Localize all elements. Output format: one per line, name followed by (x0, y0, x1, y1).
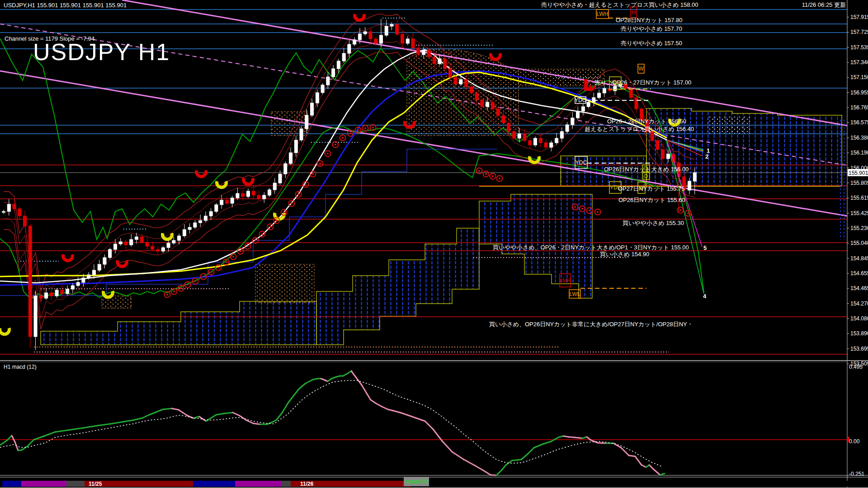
updated-timestamp: 11/26 06:25 更新 (802, 1, 846, 8)
svg-text:155.901: 155.901 (849, 170, 868, 176)
svg-text:155.615: 155.615 (850, 195, 868, 201)
svg-text:macd ON: macd ON (406, 479, 429, 485)
svg-text:2: 2 (705, 153, 708, 160)
svg-text:156.955: 156.955 (850, 89, 868, 96)
svg-text:11/26: 11/26 (300, 481, 314, 487)
svg-text:LWH: LWH (597, 11, 609, 17)
watermark-title: USDJPY H1 (33, 39, 170, 65)
svg-text:LMH: LMH (559, 277, 571, 284)
svg-text:買い小さめ、OP26日NYカット非常に大きめ/OP27日NY: 買い小さめ、OP26日NYカット非常に大きめ/OP27日NYカット/OP28日N… (489, 321, 693, 328)
svg-text:154.270: 154.270 (850, 300, 868, 307)
svg-text:YDC: YDC (576, 160, 587, 166)
price-axis[interactable]: 157.915157.725157.535157.340157.150156.9… (847, 0, 868, 488)
svg-text:0.495: 0.495 (849, 364, 863, 370)
svg-text:0.00: 0.00 (849, 438, 860, 445)
svg-text:157.725: 157.725 (850, 29, 868, 35)
macd-pane-label: H1 macd (12) (4, 364, 37, 370)
svg-text:11/25: 11/25 (89, 481, 102, 487)
svg-text:買い小さめ 154.90: 買い小さめ 154.90 (600, 251, 649, 258)
symbol-ohlc-label: USDJPY,H1 155.901 155.901 155.901 155.90… (4, 2, 127, 9)
svg-text:売りやや小さめ 157.50: 売りやや小さめ 157.50 (621, 40, 682, 47)
svg-text:156.190: 156.190 (850, 150, 868, 156)
svg-text:155.805: 155.805 (850, 180, 868, 186)
svg-text:売りやや小さめ 157.70: 売りやや小さめ 157.70 (621, 25, 682, 32)
svg-text:5: 5 (703, 244, 707, 251)
svg-text:買いやや小さめ、OP26・2日NYカット大きめ/OP1・3日: 買いやや小さめ、OP26・2日NYカット大きめ/OP1・3日NYカット 155.… (493, 244, 689, 251)
svg-text:153.890: 153.890 (850, 330, 868, 337)
timeline-bar: 11/2511/26macd ON (2, 477, 868, 487)
chart-window: LWHMWYDHYDOYDCYDLWDDLMHLWLOP28日NYカット 157… (0, 0, 868, 488)
svg-text:OP28日NYカット 157.80: OP28日NYカット 157.80 (616, 17, 683, 23)
svg-text:超えるとストップロス買い小さめ 156.40: 超えるとストップロス買い小さめ 156.40 (585, 126, 694, 132)
svg-text:157.535: 157.535 (850, 44, 868, 51)
svg-text:154.465: 154.465 (850, 285, 868, 291)
svg-text:157.150: 157.150 (850, 74, 868, 80)
svg-text:156.575: 156.575 (850, 119, 868, 126)
svg-text:売り、OP26・27日NYカット 157.00: 売り、OP26・27日NYカット 157.00 (594, 79, 691, 86)
svg-text:154.080: 154.080 (850, 315, 868, 322)
svg-text:154.845: 154.845 (850, 255, 868, 262)
svg-text:154.655: 154.655 (850, 270, 868, 277)
svg-text:156.765: 156.765 (850, 104, 868, 111)
svg-text:155.040: 155.040 (850, 240, 868, 246)
svg-text:153.695: 153.695 (850, 346, 868, 352)
svg-text:OP26・28日NYカット 156.50: OP26・28日NYカット 156.50 (607, 118, 686, 125)
svg-text:D: D (644, 173, 648, 179)
svg-text:157.340: 157.340 (850, 59, 868, 66)
svg-text:157.915: 157.915 (850, 14, 868, 20)
svg-text:OP26日NYカット大きめ 156.00: OP26日NYカット大きめ 156.00 (604, 166, 689, 173)
price-chart-canvas[interactable]: LWHMWYDHYDOYDCYDLWDDLMHLWLOP28日NYカット 157… (0, 0, 868, 488)
svg-text:-0.251: -0.251 (849, 471, 864, 477)
macd-pane: H1 macd (12) (0, 364, 847, 475)
svg-text:155.230: 155.230 (850, 225, 868, 231)
svg-text:買いやや小さめ 155.30: 買いやや小さめ 155.30 (623, 220, 684, 226)
svg-text:156.380: 156.380 (850, 135, 868, 141)
top-annotation: 売りやや小さめ・超えるとストップロス買い小さめ 158.00 (541, 1, 698, 8)
svg-text:M: M (632, 9, 636, 16)
svg-text:OP27日NYカット 155.75: OP27日NYカット 155.75 (618, 185, 685, 192)
svg-text:4: 4 (703, 293, 707, 300)
svg-text:YDO: YDO (575, 97, 586, 103)
svg-text:W: W (638, 66, 644, 72)
svg-text:LWL: LWL (570, 291, 580, 297)
svg-text:OP26日NYカット 155.60: OP26日NYカット 155.60 (618, 197, 685, 203)
svg-text:155.425: 155.425 (850, 210, 868, 216)
